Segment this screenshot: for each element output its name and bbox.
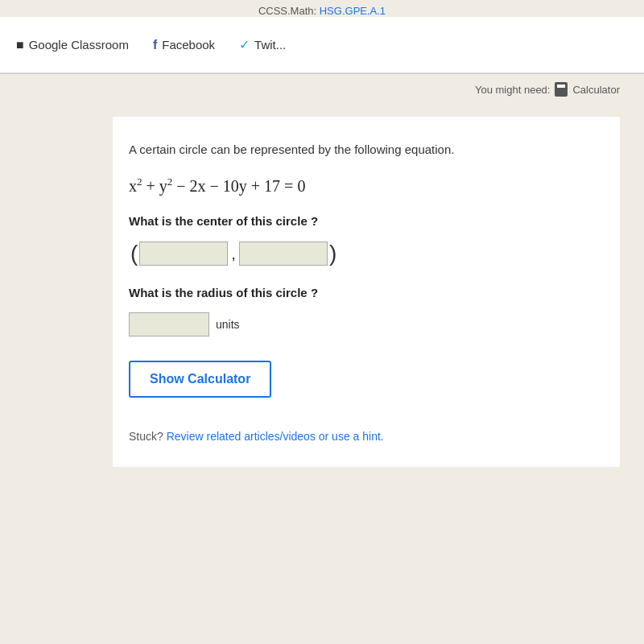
stuck-section: Stuck? Review related articles/videos or… — [129, 430, 596, 443]
stuck-prefix: Stuck? — [129, 430, 163, 443]
standard-code: HSG.GPE.A.1 — [320, 5, 386, 17]
radius-row: units — [129, 312, 596, 336]
twitter-link[interactable]: ✓ Twit... — [239, 37, 286, 52]
facebook-link[interactable]: f Facebook — [153, 38, 215, 52]
problem-description: A certain circle can be represented by t… — [129, 141, 596, 159]
center-inputs-row: ( , ) — [129, 241, 596, 266]
center-y-input[interactable] — [239, 242, 328, 266]
stuck-link-text: Review related articles/videos or use a … — [167, 430, 384, 443]
question-center: What is the center of this circle ? — [129, 214, 596, 228]
twitter-icon: ✓ — [239, 37, 250, 52]
google-classroom-label: Google Classroom — [29, 38, 129, 52]
standard-link[interactable]: HSG.GPE.A.1 — [320, 5, 386, 17]
center-x-input[interactable] — [139, 242, 228, 266]
open-paren: ( — [130, 241, 138, 266]
twitter-label: Twit... — [254, 38, 286, 52]
equation-display: x2 + y2 − 2x − 10y + 17 = 0 — [129, 175, 596, 196]
radius-input[interactable] — [129, 312, 209, 336]
comma-separator: , — [231, 245, 236, 263]
close-paren: ) — [329, 241, 336, 266]
calc-note-label: Calculator — [572, 84, 620, 96]
show-calculator-button[interactable]: Show Calculator — [129, 361, 271, 398]
main-content: A certain circle can be represented by t… — [113, 117, 620, 467]
standard-tag: CCSS.Math: HSG.GPE.A.1 — [0, 0, 644, 17]
calc-note-prefix: You might need: — [475, 84, 550, 96]
question-radius: What is the radius of this circle ? — [129, 286, 596, 299]
standard-label: CCSS.Math: — [258, 5, 320, 17]
stuck-link[interactable]: Review related articles/videos or use a … — [167, 430, 384, 443]
google-icon: ■ — [16, 38, 24, 52]
units-label: units — [216, 318, 240, 331]
facebook-label: Facebook — [162, 38, 215, 52]
calculator-note: You might need: Calculator — [0, 74, 644, 101]
calculator-icon — [555, 82, 568, 97]
facebook-icon: f — [153, 38, 157, 52]
top-nav: ■ Google Classroom f Facebook ✓ Twit... — [0, 17, 644, 73]
google-classroom-link[interactable]: ■ Google Classroom — [16, 38, 129, 52]
